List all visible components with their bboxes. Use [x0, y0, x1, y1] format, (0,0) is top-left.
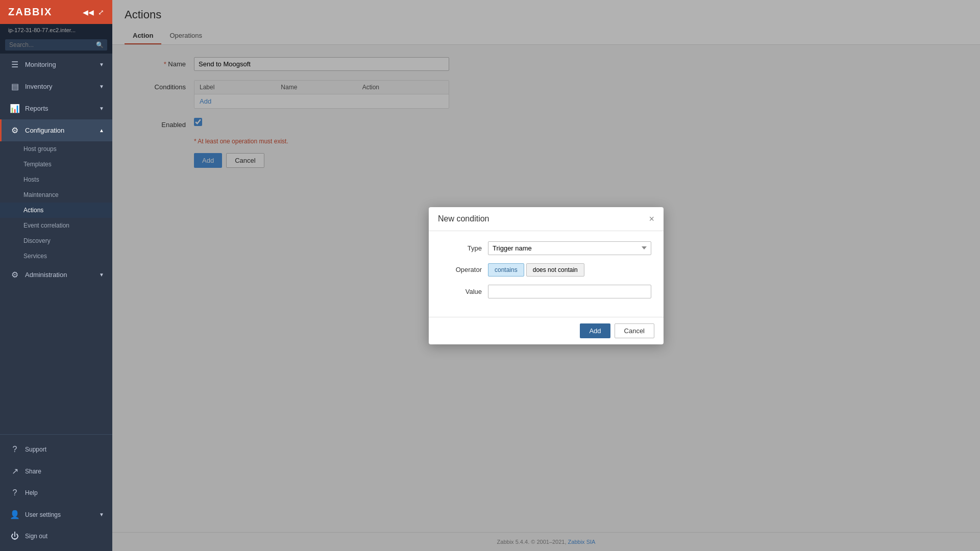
reports-icon: 📊 — [10, 104, 20, 113]
monitoring-icon: ☰ — [10, 60, 20, 69]
sidebar-item-label: Monitoring — [25, 61, 56, 68]
sidebar-item-actions[interactable]: Actions — [0, 203, 112, 218]
sidebar-item-label: User settings — [25, 511, 61, 518]
modal-title: New condition — [438, 214, 489, 223]
op-contains-button[interactable]: contains — [488, 263, 524, 277]
sidebar-item-label: Share — [25, 468, 41, 475]
sidebar-item-discovery[interactable]: Discovery — [0, 233, 112, 248]
expand-icon[interactable]: ⤢ — [98, 8, 104, 16]
chevron-icon: ▼ — [99, 512, 104, 517]
chevron-icon: ▼ — [99, 272, 104, 278]
modal-value-input[interactable] — [488, 285, 651, 298]
administration-icon: ⚙ — [10, 270, 20, 280]
help-icon: ? — [10, 488, 20, 497]
sidebar-item-inventory[interactable]: ▤ Inventory ▼ — [0, 76, 112, 97]
sidebar-item-administration[interactable]: ⚙ Administration ▼ — [0, 264, 112, 286]
sidebar-item-host-groups[interactable]: Host groups — [0, 141, 112, 157]
chevron-icon: ▼ — [99, 62, 104, 67]
op-not-contains-button[interactable]: does not contain — [526, 263, 584, 277]
sidebar-item-label: Support — [25, 446, 46, 453]
modal-overlay: New condition × Type Trigger name Trigge… — [112, 0, 980, 551]
modal-cancel-button[interactable]: Cancel — [615, 323, 654, 338]
sidebar-item-help[interactable]: ? Help — [0, 482, 112, 504]
search-icon: 🔍 — [96, 41, 104, 48]
modal-operator-row: Operator contains does not contain — [441, 263, 651, 277]
sidebar-item-label: Help — [25, 489, 38, 496]
sidebar-item-configuration[interactable]: ⚙ Configuration ▲ — [0, 119, 112, 141]
server-name: ip-172-31-80-77.ec2.inter... — [0, 24, 112, 36]
sidebar-item-share[interactable]: ↗ Share — [0, 460, 112, 482]
sidebar-bottom: ? Support ↗ Share ? Help 👤 User settings… — [0, 434, 112, 551]
modal-type-label: Type — [441, 244, 482, 252]
sidebar-item-monitoring[interactable]: ☰ Monitoring ▼ — [0, 54, 112, 76]
sidebar-item-maintenance[interactable]: Maintenance — [0, 187, 112, 203]
modal-operator-label: Operator — [441, 266, 482, 273]
modal-value-label: Value — [441, 288, 482, 295]
sidebar: ZABBIX ◀◀ ⤢ ip-172-31-80-77.ec2.inter...… — [0, 0, 112, 551]
modal-type-select[interactable]: Trigger name Trigger severity Trigger va… — [488, 241, 651, 255]
search-area: 🔍 — [0, 36, 112, 54]
sidebar-item-label: Sign out — [25, 533, 47, 540]
sidebar-item-reports[interactable]: 📊 Reports ▼ — [0, 97, 112, 119]
modal-body: Type Trigger name Trigger severity Trigg… — [429, 231, 664, 317]
user-settings-icon: 👤 — [10, 510, 20, 519]
chevron-icon: ▼ — [99, 84, 104, 89]
sidebar-item-event-correlation[interactable]: Event correlation — [0, 218, 112, 233]
sidebar-item-hosts[interactable]: Hosts — [0, 172, 112, 187]
chevron-icon: ▲ — [99, 128, 104, 133]
collapse-icon[interactable]: ◀◀ — [83, 8, 94, 16]
modal-header: New condition × — [429, 207, 664, 231]
modal-value-row: Value — [441, 285, 651, 298]
sidebar-item-label: Inventory — [25, 83, 52, 90]
configuration-icon: ⚙ — [10, 126, 20, 135]
sidebar-item-label: Administration — [25, 271, 67, 279]
modal-footer: Add Cancel — [429, 317, 664, 344]
chevron-icon: ▼ — [99, 106, 104, 111]
nav-section: ☰ Monitoring ▼ ▤ Inventory ▼ 📊 Reports ▼… — [0, 54, 112, 434]
modal-add-button[interactable]: Add — [580, 323, 610, 338]
main-content: Actions Action Operations Name Condition… — [112, 0, 980, 551]
sidebar-item-label: Reports — [25, 105, 48, 112]
operator-buttons: contains does not contain — [488, 263, 651, 277]
sidebar-item-sign-out[interactable]: ⏻ Sign out — [0, 525, 112, 547]
logo-area: ZABBIX ◀◀ ⤢ — [0, 0, 112, 24]
sidebar-item-label: Configuration — [25, 127, 64, 134]
modal-close-button[interactable]: × — [649, 214, 654, 223]
sidebar-item-user-settings[interactable]: 👤 User settings ▼ — [0, 504, 112, 525]
sidebar-item-templates[interactable]: Templates — [0, 157, 112, 172]
inventory-icon: ▤ — [10, 82, 20, 91]
sign-out-icon: ⏻ — [10, 532, 20, 541]
logo-icons: ◀◀ ⤢ — [83, 8, 104, 16]
sidebar-item-services[interactable]: Services — [0, 248, 112, 264]
sidebar-item-support[interactable]: ? Support — [0, 439, 112, 460]
new-condition-modal: New condition × Type Trigger name Trigge… — [429, 207, 664, 344]
share-icon: ↗ — [10, 466, 20, 476]
support-icon: ? — [10, 445, 20, 454]
logo-text: ZABBIX — [8, 6, 52, 18]
search-input[interactable] — [5, 39, 107, 51]
modal-type-row: Type Trigger name Trigger severity Trigg… — [441, 241, 651, 255]
